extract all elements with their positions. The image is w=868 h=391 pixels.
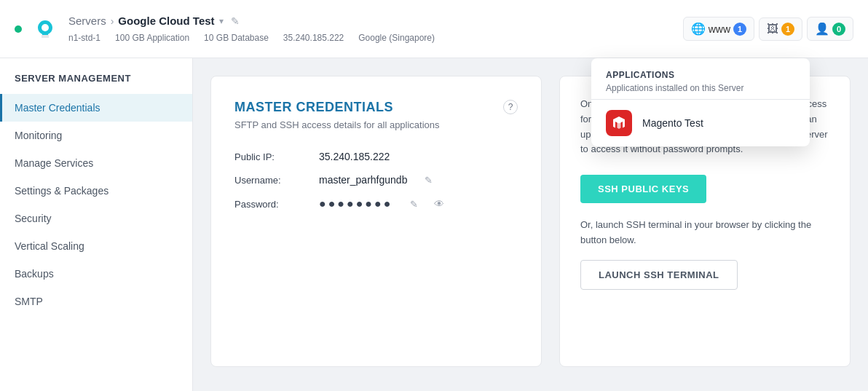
server-meta: n1-std-1 100 GB Application 10 GB Databa…: [68, 33, 435, 43]
username-label: Username:: [234, 175, 307, 186]
breadcrumb-edit-icon[interactable]: ✎: [231, 15, 240, 27]
ssh-public-keys-button[interactable]: SSH PUBLIC KEYS: [580, 175, 706, 203]
dropdown-subtitle: Applications installed on this Server: [606, 83, 795, 93]
app-logo-icon: [606, 110, 632, 136]
topbar-right: 🌐 www 1 🖼 1 👤 0: [683, 17, 853, 41]
server-ip: 35.240.185.222: [283, 33, 344, 43]
breadcrumb-separator: ›: [111, 15, 114, 27]
sidebar-item-smtp[interactable]: SMTP: [0, 288, 192, 315]
server-spec: n1-std-1: [68, 33, 100, 43]
master-credentials-card: ? MASTER CREDENTIALS SFTP and SSH access…: [210, 76, 542, 367]
password-visibility-icon[interactable]: 👁: [434, 198, 444, 210]
user-icon: 👤: [815, 22, 829, 36]
db-storage: 10 GB Database: [204, 33, 269, 43]
dropdown-title: APPLICATIONS: [606, 70, 795, 80]
sidebar: Server Management Master Credentials Mon…: [0, 58, 193, 391]
image-icon: 🖼: [767, 23, 778, 36]
sidebar-item-security[interactable]: Security: [0, 205, 192, 232]
app-storage: 100 GB Application: [115, 33, 189, 43]
dropdown-app-item[interactable]: Magento Test: [591, 100, 810, 146]
sidebar-title: Server Management: [0, 73, 192, 94]
topbar-left: Servers › Google Cloud Test ▾ ✎ n1-std-1…: [15, 15, 435, 44]
card-subtitle: SFTP and SSH access details for all appl…: [234, 119, 518, 130]
password-row: Password: ●●●●●●●● ✎ 👁: [234, 197, 518, 210]
public-ip-value: 35.240.185.222: [319, 151, 390, 162]
help-icon[interactable]: ?: [503, 100, 518, 114]
image-badge[interactable]: 🖼 1: [759, 17, 802, 41]
username-row: Username: master_parhfgundb ✎: [234, 174, 518, 186]
www-icon: 🌐: [691, 22, 706, 36]
logo-icon: [31, 15, 60, 44]
www-label: www: [709, 23, 730, 35]
user-badge[interactable]: 👤 0: [807, 17, 853, 41]
credentials-grid: Public IP: 35.240.185.222 Username: mast…: [234, 151, 518, 210]
public-ip-label: Public IP:: [234, 151, 307, 162]
breadcrumb-server-name: Google Cloud Test: [118, 15, 214, 27]
password-label: Password:: [234, 199, 307, 210]
www-count: 1: [733, 23, 746, 36]
public-ip-row: Public IP: 35.240.185.222: [234, 151, 518, 162]
user-count: 0: [832, 23, 845, 36]
applications-dropdown: APPLICATIONS Applications installed on t…: [591, 58, 810, 146]
sidebar-item-master-credentials[interactable]: Master Credentials: [0, 94, 192, 122]
sidebar-item-manage-services[interactable]: Manage Services: [0, 149, 192, 177]
status-dot: [15, 25, 22, 33]
launch-ssh-terminal-button[interactable]: LAUNCH SSH TERMINAL: [580, 260, 738, 290]
sidebar-item-monitoring[interactable]: Monitoring: [0, 122, 192, 149]
card-title: MASTER CREDENTIALS: [234, 100, 518, 115]
topbar: Servers › Google Cloud Test ▾ ✎ n1-std-1…: [0, 0, 868, 58]
breadcrumb-servers-link[interactable]: Servers: [68, 15, 106, 27]
breadcrumb: Servers › Google Cloud Test ▾ ✎ n1-std-1…: [68, 15, 435, 43]
www-badge[interactable]: 🌐 www 1: [683, 17, 754, 41]
username-value: master_parhfgundb: [319, 174, 407, 186]
username-edit-icon[interactable]: ✎: [425, 175, 433, 186]
server-region: Google (Singapore): [358, 33, 435, 43]
launch-description: Or, launch SSH terminal in your browser …: [580, 218, 829, 248]
password-edit-icon[interactable]: ✎: [410, 199, 418, 210]
app-name: Magento Test: [642, 117, 703, 129]
dropdown-header: APPLICATIONS Applications installed on t…: [591, 58, 810, 99]
sidebar-item-vertical-scaling[interactable]: Vertical Scaling: [0, 232, 192, 260]
password-dots: ●●●●●●●●: [319, 197, 392, 210]
image-count: 1: [781, 23, 794, 36]
svg-point-1: [42, 24, 49, 31]
sidebar-item-backups[interactable]: Backups: [0, 260, 192, 288]
sidebar-item-settings-packages[interactable]: Settings & Packages: [0, 177, 192, 205]
breadcrumb-dropdown-arrow[interactable]: ▾: [219, 16, 224, 26]
